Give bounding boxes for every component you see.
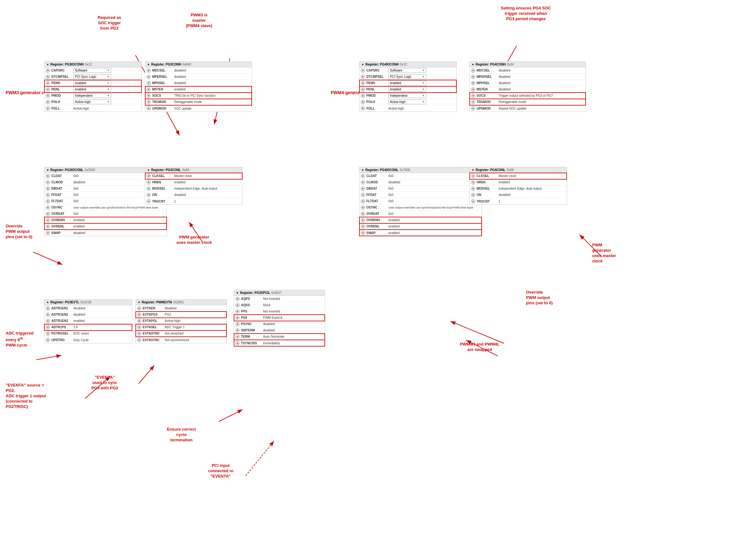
pg4conh-mpersel-icon: ● <box>471 75 475 79</box>
pg3ioconh-addr: 0x1C <box>85 63 92 66</box>
penl-dropdown[interactable]: enabled ▼ <box>73 87 111 92</box>
dtcmpsel-arrow: ▼ <box>107 75 110 78</box>
pwmevta-evtasync-value: Not synchronized <box>165 338 225 342</box>
panel-pg3spcil: ▼ Register: PG3SPCIL 0x9017 ● AQPS Not i… <box>234 290 325 347</box>
pg4-penl-dropdown[interactable]: enabled ▼ <box>388 87 426 92</box>
pg3spcil-psync-row: ● PSYNC disabled <box>234 321 325 327</box>
pwmevta-evtapgs-row: ● EVTAPGS PG2 <box>136 312 226 318</box>
annotation-master-clock-pg3: PWM generatoruses master clock <box>176 235 212 245</box>
pg3evtl-pgtrgsel-value: EOC event <box>73 332 131 335</box>
pg4conh-mpersel-label: MPERSEL <box>477 75 499 78</box>
pg3spcil-swterm-icon: ● <box>235 328 240 333</box>
pg4conh-updmod-label: UPDMOD <box>477 107 499 110</box>
pg4-poll-label: POLL <box>366 107 388 110</box>
pg3evtl-updtrg-value: Duty Cycle <box>73 338 131 342</box>
penh-dropdown[interactable]: enabled ▼ <box>73 81 111 85</box>
pg3ioconh-polh-row: ● POLH Active-high ▼ <box>44 99 141 105</box>
pg4conl-trgcnt-row: ● TRGCNT 1 <box>470 198 567 204</box>
dtcmpsel-dropdown[interactable]: PCI Sync Logic ▼ <box>73 74 111 79</box>
pg4-ovrdat-label: OVRDAT <box>366 212 388 215</box>
poll-value: Active-high <box>73 107 140 110</box>
pg4ioconh-poll-row: ● POLL Active-high <box>359 105 457 111</box>
pwmevta-evtastrd-label: EVTASTRD <box>143 332 165 335</box>
pg3evtl-adtr1en3-row: ● ADTR1EN3 enabled <box>44 318 132 324</box>
pg4-pmod-dropdown[interactable]: Independent ▼ <box>388 93 426 98</box>
pg4-dtcmpsel-label: DTCMPSEL <box>366 75 388 78</box>
pwmevta-evtaen-row: ● EVTAEN disabled <box>136 305 226 312</box>
pg4-pmod-label: PMOD <box>366 94 388 97</box>
pg3spcil-tsyncdis-label: TSYNCDIS <box>241 342 263 345</box>
mphsel-icon: ● <box>146 81 151 85</box>
pwmevta-evtapgs-value: PG2 <box>165 313 225 316</box>
pg4-ffdat-value: 0x0 <box>388 193 480 197</box>
pg4ioconh-capsrc-row: ● CAPSRC Software ▼ <box>359 67 457 74</box>
pg3spcil-aqss-icon: ● <box>235 303 240 308</box>
capsrc-label: CAPSRC <box>51 69 73 72</box>
socs-label: SOCS <box>152 94 174 97</box>
pg3evtl-adtr1en2-label: ADTR1EN2 <box>51 313 73 316</box>
pg4ioconl-addr: 0x7000 <box>400 168 410 172</box>
pg4-clmod-icon: ● <box>361 180 365 184</box>
pg4ioconh-penh-row: ● PENH enabled ▼ <box>359 80 457 86</box>
pg3spcil-term-row: ● TERM Auto-Terminate <box>234 334 325 340</box>
pg3ioconl-ovrdat-row: ● OVRDAT 0x0 <box>44 211 167 217</box>
capsrc-value: Software <box>75 69 107 72</box>
panel-pg4ioconh: ▼ Register: PG4IOCONH 0x1C ● CAPSRC Soft… <box>359 62 457 112</box>
svg-line-8 <box>219 410 243 421</box>
pg3-ovrdat-icon: ● <box>46 212 50 216</box>
pg3conl-clksel-label: CLKSEL <box>152 174 174 178</box>
pg4-penh-dropdown[interactable]: enabled ▼ <box>388 81 426 85</box>
capsrc-arrow: ▼ <box>107 69 110 72</box>
pg4conh-trgmod-value: Retriggerable mode <box>499 100 584 104</box>
pg4-ffdat-label: FFDAT <box>366 193 388 197</box>
pg4-penh-icon: ● <box>361 81 365 85</box>
pg4conh-mphsel-value: disabled <box>499 81 584 85</box>
svg-line-7 <box>139 366 154 384</box>
pg4-ovrenh-label: OVRENH <box>366 218 388 222</box>
pg3evtl-updtrg-icon: ● <box>46 338 50 342</box>
pg4-pmod-value: Independent <box>390 94 422 97</box>
pg4ioconl-dbdat-row: ● DBDAT 0x0 <box>359 185 482 192</box>
pg4-cldat-label: CLDAT <box>366 174 388 178</box>
pg3ioconl-osync-row: ● OSYNC User output overrides are synchr… <box>44 204 167 211</box>
annotation-ensure-cycle: Ensure correctcycletermination <box>167 427 196 443</box>
pg4conh-socs-value: Trigger output selected by PG3 or PG7 <box>499 94 584 97</box>
pg3-osync-value: User output overrides are synchronized t… <box>73 206 166 209</box>
pwmevta-evtasync-row: ● EVTASYNC Not synchronized <box>136 337 226 343</box>
pg3conl-hren-label: HREN <box>152 180 174 184</box>
pg4-osync-label: OSYNC <box>366 206 388 209</box>
poll-label: POLL <box>51 107 73 110</box>
pg4-cldat-icon: ● <box>361 174 365 178</box>
pg4conh-header: ▼ Register: PG4CONH 0x24 <box>470 62 585 67</box>
pg4conh-msten-value: disabled <box>499 88 584 91</box>
pg4ioconl-clmod-row: ● CLMOD disabled <box>359 179 482 185</box>
capsrc-dropdown[interactable]: Software ▼ <box>73 68 111 73</box>
svg-line-11 <box>33 252 62 265</box>
pg3evtl-pgtrgsel-row: ● PGTRGSEL EOC event <box>44 331 132 337</box>
pg3evtl-adtr1en2-row: ● ADTR1EN2 disabled <box>44 312 132 318</box>
penh-arrow: ▼ <box>107 81 110 84</box>
pg4-polh-dropdown[interactable]: Active-high ▼ <box>388 100 426 104</box>
pg3spcil-aqps-label: AQPS <box>241 297 263 301</box>
pg4conh-socs-row: ● SOCS Trigger output selected by PG3 or… <box>470 93 585 99</box>
pg4-polh-value: Active-high <box>390 100 422 104</box>
polh-dropdown[interactable]: Active-high ▼ <box>73 100 111 104</box>
pg3conl-trgcnt-value: 1 <box>174 200 241 203</box>
pg4ioconl-cldat-row: ● CLDAT 0x0 <box>359 173 482 179</box>
pg4-dtcmpsel-dropdown[interactable]: PCI Sync Logic ▼ <box>388 74 426 79</box>
pg3conh-msten-row: ● MSTEN enabled <box>145 86 252 93</box>
svg-line-9 <box>246 441 274 476</box>
pg3-ovrenl-label: OVRENL <box>51 224 73 228</box>
pwmevta-evtapgs-icon: ● <box>137 312 141 317</box>
pg4-capsrc-arrow: ▼ <box>422 69 425 72</box>
annotation-override-pwm3: OverridePWM outputpins (set to 0) <box>6 224 32 240</box>
pg3evtl-updtrg-label: UPDTRG <box>51 338 73 342</box>
pg4conl-clksel-icon: ● <box>471 174 475 178</box>
pmod-dropdown[interactable]: Independent ▼ <box>73 93 111 98</box>
pg3spcil-term-label: TERM <box>241 335 263 338</box>
pg3evtl-adtr1en1-row: ● ADTR1EN1 disabled <box>44 305 132 312</box>
annotation-pwm3-master: PWM3 ismaster(PWM4 slave) <box>186 12 212 29</box>
pg3conh-addr: 0x84F <box>183 63 191 66</box>
pg4-capsrc-dropdown[interactable]: Software ▼ <box>388 68 426 73</box>
annotation-swapped: PWM4H and PWM4Lare swapped <box>460 342 500 352</box>
